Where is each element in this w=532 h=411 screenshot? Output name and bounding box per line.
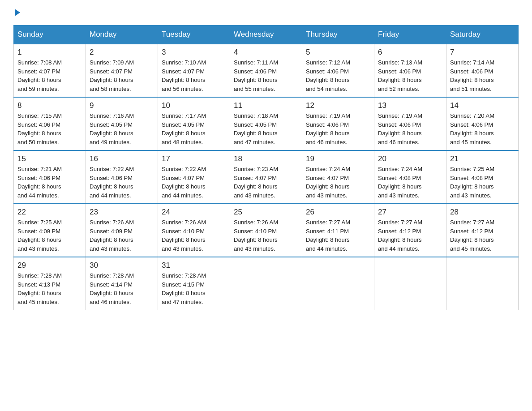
col-header-wednesday: Wednesday (230, 26, 302, 44)
calendar-week-row: 22 Sunrise: 7:25 AM Sunset: 4:09 PM Dayl… (14, 204, 519, 257)
calendar-week-row: 29 Sunrise: 7:28 AM Sunset: 4:13 PM Dayl… (14, 257, 519, 310)
calendar-cell: 15 Sunrise: 7:21 AM Sunset: 4:06 PM Dayl… (14, 150, 86, 204)
calendar-cell: 12 Sunrise: 7:19 AM Sunset: 4:06 PM Dayl… (302, 97, 374, 150)
day-info: Sunrise: 7:08 AM Sunset: 4:07 PM Dayligh… (17, 58, 82, 93)
calendar-cell: 24 Sunrise: 7:26 AM Sunset: 4:10 PM Dayl… (158, 204, 230, 257)
day-number: 2 (90, 48, 154, 57)
day-number: 13 (378, 101, 442, 110)
day-info: Sunrise: 7:11 AM Sunset: 4:06 PM Dayligh… (234, 58, 298, 93)
col-header-thursday: Thursday (302, 26, 374, 44)
day-info: Sunrise: 7:25 AM Sunset: 4:09 PM Dayligh… (17, 218, 82, 253)
day-info: Sunrise: 7:28 AM Sunset: 4:15 PM Dayligh… (162, 271, 226, 306)
calendar-cell: 9 Sunrise: 7:16 AM Sunset: 4:05 PM Dayli… (86, 97, 158, 150)
day-number: 26 (306, 208, 370, 217)
day-info: Sunrise: 7:18 AM Sunset: 4:05 PM Dayligh… (234, 111, 298, 146)
day-info: Sunrise: 7:23 AM Sunset: 4:07 PM Dayligh… (234, 165, 298, 200)
calendar-cell: 22 Sunrise: 7:25 AM Sunset: 4:09 PM Dayl… (14, 204, 86, 257)
day-number: 20 (378, 154, 442, 163)
calendar-cell: 25 Sunrise: 7:26 AM Sunset: 4:10 PM Dayl… (230, 204, 302, 257)
calendar-cell: 16 Sunrise: 7:22 AM Sunset: 4:06 PM Dayl… (86, 150, 158, 204)
day-number: 3 (162, 48, 226, 57)
calendar-week-row: 1 Sunrise: 7:08 AM Sunset: 4:07 PM Dayli… (14, 44, 519, 97)
col-header-tuesday: Tuesday (158, 26, 230, 44)
calendar-cell: 3 Sunrise: 7:10 AM Sunset: 4:07 PM Dayli… (158, 44, 230, 97)
day-number: 19 (306, 154, 370, 163)
day-info: Sunrise: 7:26 AM Sunset: 4:09 PM Dayligh… (90, 218, 154, 253)
day-number: 4 (234, 48, 298, 57)
calendar-cell: 29 Sunrise: 7:28 AM Sunset: 4:13 PM Dayl… (14, 257, 86, 310)
day-info: Sunrise: 7:16 AM Sunset: 4:05 PM Dayligh… (90, 111, 154, 146)
day-number: 31 (162, 261, 226, 270)
col-header-sunday: Sunday (14, 26, 86, 44)
calendar-cell (446, 257, 519, 310)
day-number: 11 (234, 101, 298, 110)
logo-triangle-icon (15, 9, 20, 16)
calendar-cell (230, 257, 302, 310)
day-number: 10 (162, 101, 226, 110)
calendar-week-row: 15 Sunrise: 7:21 AM Sunset: 4:06 PM Dayl… (14, 150, 519, 204)
calendar-cell: 27 Sunrise: 7:27 AM Sunset: 4:12 PM Dayl… (374, 204, 446, 257)
logo-top (13, 9, 20, 16)
col-header-saturday: Saturday (446, 26, 519, 44)
day-info: Sunrise: 7:27 AM Sunset: 4:11 PM Dayligh… (306, 218, 370, 253)
page-header (13, 9, 519, 16)
calendar-cell: 28 Sunrise: 7:27 AM Sunset: 4:12 PM Dayl… (446, 204, 519, 257)
day-info: Sunrise: 7:22 AM Sunset: 4:07 PM Dayligh… (162, 165, 226, 200)
day-number: 15 (17, 154, 82, 163)
col-header-monday: Monday (86, 26, 158, 44)
calendar-cell: 21 Sunrise: 7:25 AM Sunset: 4:08 PM Dayl… (446, 150, 519, 204)
day-number: 23 (90, 208, 154, 217)
day-number: 17 (162, 154, 226, 163)
day-info: Sunrise: 7:28 AM Sunset: 4:13 PM Dayligh… (17, 271, 82, 306)
day-info: Sunrise: 7:28 AM Sunset: 4:14 PM Dayligh… (90, 271, 154, 306)
calendar-cell: 6 Sunrise: 7:13 AM Sunset: 4:06 PM Dayli… (374, 44, 446, 97)
day-number: 1 (17, 48, 82, 57)
day-number: 12 (306, 101, 370, 110)
day-number: 9 (90, 101, 154, 110)
day-number: 16 (90, 154, 154, 163)
day-info: Sunrise: 7:19 AM Sunset: 4:06 PM Dayligh… (306, 111, 370, 146)
day-info: Sunrise: 7:21 AM Sunset: 4:06 PM Dayligh… (17, 165, 82, 200)
day-number: 25 (234, 208, 298, 217)
day-info: Sunrise: 7:27 AM Sunset: 4:12 PM Dayligh… (450, 218, 515, 253)
day-number: 7 (450, 48, 515, 57)
day-number: 8 (17, 101, 82, 110)
day-number: 14 (450, 101, 515, 110)
calendar-cell: 30 Sunrise: 7:28 AM Sunset: 4:14 PM Dayl… (86, 257, 158, 310)
calendar-cell: 23 Sunrise: 7:26 AM Sunset: 4:09 PM Dayl… (86, 204, 158, 257)
calendar-cell: 11 Sunrise: 7:18 AM Sunset: 4:05 PM Dayl… (230, 97, 302, 150)
calendar-cell: 7 Sunrise: 7:14 AM Sunset: 4:06 PM Dayli… (446, 44, 519, 97)
col-header-friday: Friday (374, 26, 446, 44)
calendar-table: SundayMondayTuesdayWednesdayThursdayFrid… (13, 25, 519, 310)
calendar-cell: 2 Sunrise: 7:09 AM Sunset: 4:07 PM Dayli… (86, 44, 158, 97)
day-info: Sunrise: 7:14 AM Sunset: 4:06 PM Dayligh… (450, 58, 515, 93)
calendar-cell: 26 Sunrise: 7:27 AM Sunset: 4:11 PM Dayl… (302, 204, 374, 257)
day-info: Sunrise: 7:12 AM Sunset: 4:06 PM Dayligh… (306, 58, 370, 93)
calendar-cell: 5 Sunrise: 7:12 AM Sunset: 4:06 PM Dayli… (302, 44, 374, 97)
day-info: Sunrise: 7:20 AM Sunset: 4:06 PM Dayligh… (450, 111, 515, 146)
day-number: 22 (17, 208, 82, 217)
day-info: Sunrise: 7:26 AM Sunset: 4:10 PM Dayligh… (162, 218, 226, 253)
day-number: 6 (378, 48, 442, 57)
day-info: Sunrise: 7:22 AM Sunset: 4:06 PM Dayligh… (90, 165, 154, 200)
logo (13, 9, 20, 16)
day-info: Sunrise: 7:19 AM Sunset: 4:06 PM Dayligh… (378, 111, 442, 146)
calendar-cell: 10 Sunrise: 7:17 AM Sunset: 4:05 PM Dayl… (158, 97, 230, 150)
day-number: 21 (450, 154, 515, 163)
day-info: Sunrise: 7:13 AM Sunset: 4:06 PM Dayligh… (378, 58, 442, 93)
day-info: Sunrise: 7:15 AM Sunset: 4:06 PM Dayligh… (17, 111, 82, 146)
day-info: Sunrise: 7:17 AM Sunset: 4:05 PM Dayligh… (162, 111, 226, 146)
day-info: Sunrise: 7:24 AM Sunset: 4:07 PM Dayligh… (306, 165, 370, 200)
day-info: Sunrise: 7:27 AM Sunset: 4:12 PM Dayligh… (378, 218, 442, 253)
day-info: Sunrise: 7:25 AM Sunset: 4:08 PM Dayligh… (450, 165, 515, 200)
calendar-cell: 14 Sunrise: 7:20 AM Sunset: 4:06 PM Dayl… (446, 97, 519, 150)
calendar-cell: 20 Sunrise: 7:24 AM Sunset: 4:08 PM Dayl… (374, 150, 446, 204)
calendar-header-row: SundayMondayTuesdayWednesdayThursdayFrid… (14, 26, 519, 44)
calendar-cell: 19 Sunrise: 7:24 AM Sunset: 4:07 PM Dayl… (302, 150, 374, 204)
day-number: 24 (162, 208, 226, 217)
day-info: Sunrise: 7:10 AM Sunset: 4:07 PM Dayligh… (162, 58, 226, 93)
day-number: 18 (234, 154, 298, 163)
calendar-cell (374, 257, 446, 310)
calendar-cell: 4 Sunrise: 7:11 AM Sunset: 4:06 PM Dayli… (230, 44, 302, 97)
day-number: 27 (378, 208, 442, 217)
